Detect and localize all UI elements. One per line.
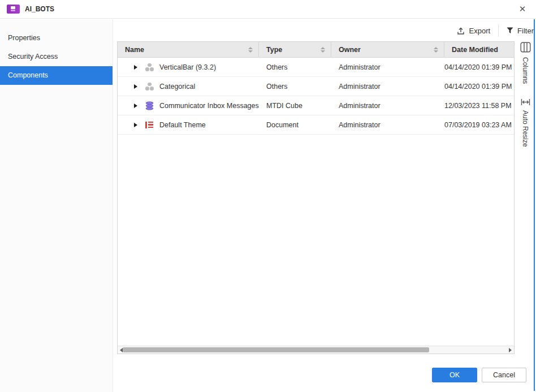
horizontal-scrollbar[interactable]	[118, 346, 514, 354]
expand-arrow-icon[interactable]	[134, 104, 137, 108]
name-cell: Default Theme	[118, 120, 259, 130]
row-name: Default Theme	[159, 121, 206, 129]
dossier-icon-square	[11, 6, 15, 9]
theme-icon	[145, 120, 154, 130]
scroll-right-icon[interactable]	[509, 348, 512, 352]
sort-arrows-icon[interactable]	[434, 47, 438, 53]
export-button[interactable]: Export	[456, 27, 491, 35]
cluster-icon	[145, 63, 154, 72]
column-header-type[interactable]: Type	[259, 42, 331, 57]
close-icon[interactable]: ✕	[517, 0, 528, 18]
database-icon	[145, 101, 154, 110]
tab-auto-resize[interactable]: Auto Resize	[521, 110, 529, 147]
table-row[interactable]: Communicator Inbox Messages MTDI Cube Ad…	[118, 96, 514, 115]
column-header-date-modified[interactable]: Date Modified	[444, 42, 514, 57]
export-label: Export	[469, 27, 491, 35]
toolbar: Export Filter	[117, 23, 534, 38]
auto-resize-icon[interactable]	[521, 98, 530, 106]
filter-label: Filter	[517, 27, 534, 35]
row-type: Others	[259, 63, 331, 71]
column-header-name[interactable]: Name	[118, 42, 259, 57]
row-name: Communicator Inbox Messages	[159, 102, 259, 110]
ai-bots-dialog: AI_BOTS ✕ Properties Security Access Com…	[0, 0, 536, 392]
sort-arrows-icon[interactable]	[248, 47, 253, 53]
column-header-owner[interactable]: Owner	[331, 42, 444, 57]
sidebar: Properties Security Access Components	[0, 19, 113, 392]
export-icon	[456, 27, 465, 35]
scrollbar-thumb[interactable]	[123, 347, 429, 352]
sidebar-item-components[interactable]: Components	[0, 66, 113, 85]
sidebar-item-security-access[interactable]: Security Access	[0, 48, 113, 66]
cancel-button[interactable]: Cancel	[482, 368, 526, 382]
row-owner: Administrator	[331, 121, 444, 129]
columns-grid-icon[interactable]	[520, 42, 531, 53]
column-label: Date Modified	[452, 46, 498, 54]
column-label: Type	[266, 46, 282, 54]
toolbar-separator	[498, 24, 499, 37]
name-cell: Categorical	[118, 82, 259, 91]
row-owner: Administrator	[331, 63, 444, 71]
row-date: 04/14/2020 01:39 PM	[444, 63, 514, 71]
grid-options-strip: Columns Auto Resize	[517, 42, 534, 147]
table-header-row: Name Type Owner Date Modified	[118, 42, 514, 58]
filter-button[interactable]: Filter	[507, 27, 534, 35]
table-row[interactable]: Default Theme Document Administrator 07/…	[118, 115, 514, 135]
filter-funnel-icon	[507, 27, 513, 34]
dossier-icon	[7, 5, 20, 14]
tab-columns[interactable]: Columns	[521, 57, 529, 84]
row-name: Categorical	[159, 83, 195, 91]
column-label: Owner	[339, 46, 361, 54]
expand-arrow-icon[interactable]	[134, 123, 137, 127]
components-table: Name Type Owner Date Modified V	[117, 41, 515, 354]
column-label: Name	[125, 46, 144, 54]
row-date: 07/03/2019 03:23 AM	[444, 121, 514, 129]
ok-button[interactable]: OK	[432, 368, 477, 382]
row-owner: Administrator	[331, 102, 444, 110]
row-type: Others	[259, 83, 331, 91]
row-name: VerticalBar (9.3.2)	[159, 63, 216, 71]
name-cell: VerticalBar (9.3.2)	[118, 63, 259, 72]
sort-arrows-icon[interactable]	[321, 47, 325, 53]
expand-arrow-icon[interactable]	[134, 65, 137, 70]
cluster-icon	[145, 82, 154, 91]
name-cell: Communicator Inbox Messages	[118, 101, 259, 110]
dialog-title: AI_BOTS	[25, 0, 54, 18]
row-owner: Administrator	[331, 83, 444, 91]
table-row[interactable]: Categorical Others Administrator 04/14/2…	[118, 77, 514, 96]
table-row[interactable]: VerticalBar (9.3.2) Others Administrator…	[118, 58, 514, 77]
sidebar-item-properties[interactable]: Properties	[0, 29, 113, 48]
row-type: Document	[259, 121, 331, 129]
row-date: 12/03/2023 11:58 PM	[444, 102, 514, 110]
expand-arrow-icon[interactable]	[134, 84, 137, 89]
row-date: 04/14/2020 01:39 PM	[444, 83, 514, 91]
right-accent-edge	[534, 19, 535, 391]
row-type: MTDI Cube	[259, 102, 331, 110]
dossier-icon-line	[11, 10, 15, 11]
title-bar: AI_BOTS ✕	[0, 0, 536, 19]
